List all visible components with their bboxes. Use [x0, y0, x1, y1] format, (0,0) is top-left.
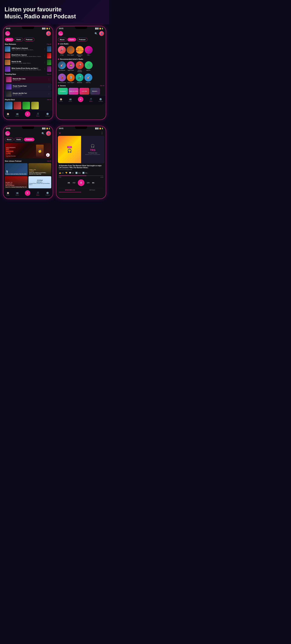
new-podcasts-header: New release Podcast See All [3, 159, 53, 162]
tab-music-3[interactable]: Music [5, 138, 13, 141]
new-releases-title: New Releases [5, 43, 16, 45]
nav-home-2[interactable]: 🏠 Home [59, 98, 63, 102]
tab-episodes[interactable]: EPISODES (10) [59, 188, 81, 192]
trend-more-3[interactable]: ⋮ [48, 93, 50, 95]
more-icon-2[interactable]: ⋮ [44, 54, 46, 57]
nav-add-3[interactable]: + [25, 190, 30, 196]
nav-music-1[interactable]: 🎵 Music [36, 113, 39, 117]
artist-shreya[interactable]: 🎤 Shreya Ghoshal [75, 61, 84, 72]
nav-shorts-3[interactable]: 📹 Shorts [15, 192, 19, 196]
nav-home-3[interactable]: 🏠 Home [6, 192, 9, 196]
trend-artist-3: By Jubin Nautiyal [13, 94, 47, 96]
music-item-1[interactable]: 1989 (Taylor's Version) Taylor Swift's a… [3, 46, 53, 52]
more-icon-3[interactable]: ⋮ [44, 61, 46, 64]
search-icon-2[interactable]: 🔍 [95, 32, 98, 35]
trend-more-2[interactable]: ⋮ [48, 86, 50, 88]
like-action[interactable]: 👍 18K [59, 172, 64, 174]
more-icon-1[interactable]: ⋮ [44, 48, 46, 50]
playlist-see-all[interactable]: See All [47, 99, 51, 100]
music-item-3[interactable]: Hands On Me Jeson Derulo. (Feat. Megan T… [3, 59, 53, 66]
artist-sonu2[interactable]: 🎙️ Sonu Nigam [67, 74, 75, 83]
artist-ed[interactable]: 🎸 Ed-Sheeran [58, 61, 66, 72]
nav-settings-2[interactable]: ⚙️ Settings [98, 98, 103, 102]
politics-card-inner: 🎙️ Politics at Jack and Sams | Part-02 |… [5, 163, 27, 175]
more-options-icon[interactable]: ⋮ [101, 131, 103, 135]
nav-settings-1[interactable]: ⚙️ Settings [45, 113, 50, 117]
artist-selena[interactable]: 💃 Celena Gomez [58, 74, 66, 83]
next-track-icon[interactable]: ⏭ [92, 181, 95, 184]
playlist-thumb-1[interactable] [5, 102, 12, 109]
artist-badshah[interactable]: 🎤 Badshah [76, 74, 83, 83]
genres-see-all[interactable]: See All [100, 85, 104, 86]
artist-justin[interactable]: 🎸 Justin B... [84, 74, 92, 83]
tab-details[interactable]: DETAILS [81, 188, 103, 192]
forward-10-icon[interactable]: 10↻ [87, 182, 90, 184]
trend-more-1[interactable]: ⋮ [48, 78, 50, 81]
prev-track-icon[interactable]: ⏮ [68, 181, 70, 184]
save-action[interactable]: ⬇️ Save [75, 172, 81, 174]
nav-settings-label-1: Settings [45, 116, 50, 117]
phone3-header-right: 🔍 👤 [41, 131, 51, 136]
podcast-play-btn[interactable]: ▶ [46, 153, 50, 157]
radio-part[interactable]: 🎶 Part... [85, 46, 93, 57]
trs-headphones-icon: 🎧 [67, 149, 72, 153]
radio-bollywood[interactable]: RetroBollywood Bollywood Retro [75, 46, 84, 57]
playlist-thumb-2[interactable] [14, 102, 21, 109]
trending-item-1[interactable]: Baarish Ban Jana By Stebin Ben ⋮ [4, 76, 51, 83]
phone1-avatar[interactable]: 👤 [46, 31, 51, 36]
tab-music-1[interactable]: Music [5, 38, 13, 42]
more-icon-4[interactable]: ⋮ [44, 68, 46, 70]
nav-home-1[interactable]: 🏠 Home [6, 113, 9, 117]
trending-see-all[interactable]: See All [47, 74, 51, 75]
nav-shorts-2[interactable]: 📹 Shorts [68, 98, 72, 102]
genre-dailymix[interactable]: Daily mix 2023 [69, 88, 78, 94]
tab-podcast-3[interactable]: Podcast [24, 138, 34, 141]
rewind-10-icon[interactable]: ↺10 [72, 182, 75, 184]
play-all-btn[interactable]: Play All [47, 43, 51, 45]
trending-item-2[interactable]: Thoda Thoda Pyaar By Stebin Ben ⋮ [4, 83, 51, 90]
phone3-avatar[interactable]: 👤 [46, 131, 51, 136]
playlist-thumb-4[interactable] [31, 102, 39, 109]
tab-music-2[interactable]: Music [58, 38, 66, 42]
dislike-action[interactable]: 👎 [65, 172, 67, 174]
nav-music-2[interactable]: 🎵 Music [89, 98, 92, 102]
nav-shorts-1[interactable]: 📹 Shorts [15, 113, 19, 117]
artist-arijit[interactable]: 🎵 Arijit Si... [85, 61, 93, 72]
genre-monster[interactable]: Monster... [90, 88, 100, 94]
artist-taylor[interactable]: 👩‍🎤 Taylor Swift [67, 61, 75, 72]
phone2-avatar[interactable]: 👤 [99, 31, 104, 36]
nav-home-label-2: Home [59, 101, 63, 102]
playlist-thumb-3[interactable] [22, 102, 30, 109]
tab-podcast-1[interactable]: Podcast [24, 38, 34, 42]
share-action[interactable]: ↗️ Sha... [82, 172, 88, 174]
comment-action[interactable]: 💬 183 [69, 172, 74, 174]
radio-sonu[interactable]: 🎵 Sonu Nigam [67, 46, 75, 57]
podcast-secret[interactable]: SECRET TOA HEALTHYRELATIONSHIP Secret To… [5, 176, 27, 188]
podcast-monk[interactable]: THINK LIKEA MONK Think Like a Monk by Ja… [28, 163, 51, 175]
genre-lovehits[interactable]: Love Hits [79, 88, 89, 94]
play-pause-button[interactable]: ⏸ [78, 180, 84, 186]
genre-evergreen[interactable]: Evergreen [58, 88, 68, 94]
search-icon-3[interactable]: 🔍 [41, 132, 44, 135]
phone-podcast: 10:01 ▋▋▋ 📶 🔋 DTUBE 🔍 👤 Music Radio [3, 126, 53, 199]
phone3-bottom-nav: 🏠 Home 📹 Shorts + 🎵 Music ⚙️ Settings [3, 189, 53, 198]
tab-radio-1[interactable]: Radio [14, 38, 23, 42]
podcast-politics[interactable]: 🎙️ Politics at Jack and Sams | Part-02 |… [5, 163, 27, 175]
shreya-label: Shreya Ghoshal [75, 70, 84, 72]
music-item-2[interactable]: Diwali (From 'Apurva' Tara Sutariya & Dh… [3, 52, 53, 59]
nav-add-2[interactable]: + [78, 96, 83, 102]
trending-item-3[interactable]: Khushi Jab Bhi Teri By Jubin Nautiyal ⋮ [4, 90, 51, 98]
tab-radio-2[interactable]: Radio [67, 38, 76, 42]
podcast-zindagi[interactable]: zindagiphirse... Zindagi Phirse | Gulzar… [28, 176, 51, 188]
new-podcasts-see-all[interactable]: See All [47, 160, 51, 162]
nav-music-3[interactable]: 🎵 Music [36, 192, 39, 196]
tab-podcast-2[interactable]: Podcast [77, 38, 87, 42]
music-item-4[interactable]: What Zumka (From Rocky aur Rani..) Tara … [3, 66, 53, 72]
podcast-banner[interactable]: KALKI PRESENTS MYINDIANLIFE By Kalki Koe… [5, 143, 51, 158]
nav-settings-3[interactable]: ⚙️ Settings [45, 192, 50, 196]
chevron-down-icon[interactable]: ∨ [59, 131, 61, 135]
nav-add-1[interactable]: + [25, 111, 30, 117]
tab-radio-3[interactable]: Radio [14, 138, 23, 141]
radio-kpop[interactable]: 🎤 K-Pop [58, 46, 66, 57]
progress-bar-bg[interactable] [59, 176, 103, 176]
